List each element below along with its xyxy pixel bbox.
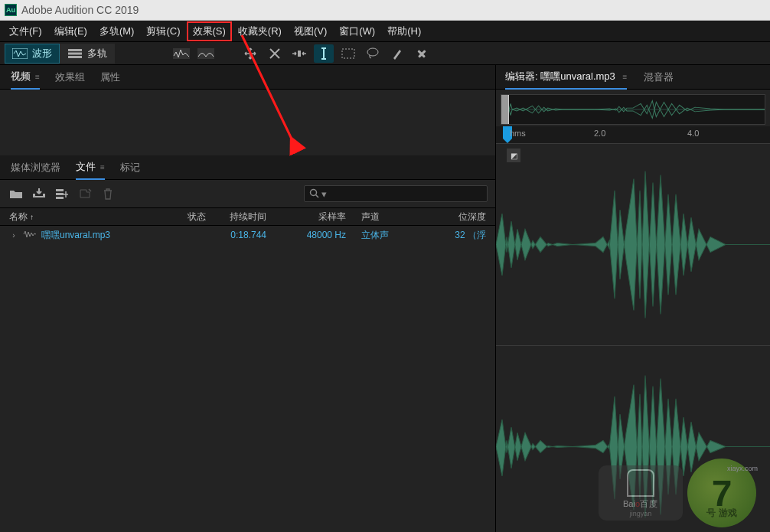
svg-rect-13 bbox=[56, 193, 64, 195]
svg-rect-1 bbox=[68, 49, 82, 51]
insert-icon bbox=[77, 186, 93, 201]
timeline-tick: 4.0 bbox=[687, 129, 699, 138]
mode-multitrack-label: 多轨 bbox=[87, 47, 107, 60]
tab-properties[interactable]: 属性 bbox=[100, 66, 120, 89]
files-list: › 嘿嘿unvaral.mp3 0:18.744 48000 Hz 立体声 32… bbox=[0, 226, 495, 532]
file-row[interactable]: › 嘿嘿unvaral.mp3 0:18.744 48000 Hz 立体声 32… bbox=[0, 226, 495, 244]
tab-media-browser[interactable]: 媒体浏览器 bbox=[11, 156, 60, 179]
timeline-tick: 2.0 bbox=[594, 129, 605, 138]
tab-files[interactable]: 文件≡ bbox=[76, 155, 105, 180]
spectral-pitch-icon[interactable] bbox=[196, 44, 216, 63]
timeline-unit: hms bbox=[510, 129, 526, 138]
menu-clip[interactable]: 剪辑(C) bbox=[140, 21, 186, 41]
files-toolbar: ▾ bbox=[0, 180, 495, 207]
tab-mixer[interactable]: 混音器 bbox=[644, 66, 674, 89]
svg-rect-3 bbox=[68, 56, 82, 58]
timeline-ruler[interactable]: hms 2.0 4.0 bbox=[496, 126, 770, 143]
menu-edit[interactable]: 编辑(E) bbox=[48, 21, 93, 41]
svg-rect-12 bbox=[56, 189, 64, 191]
editor-prefix: 编辑器: bbox=[505, 70, 538, 82]
file-channel: 立体声 bbox=[361, 229, 421, 242]
file-sample: 48000 Hz bbox=[277, 230, 361, 240]
spectral-freq-icon[interactable] bbox=[171, 44, 191, 63]
new-multitrack-icon[interactable] bbox=[54, 186, 70, 201]
svg-rect-7 bbox=[342, 49, 354, 58]
col-depth[interactable]: 位深度 bbox=[421, 211, 495, 224]
time-selection-tool-icon[interactable] bbox=[314, 44, 334, 63]
svg-rect-6 bbox=[298, 51, 301, 57]
spot-healing-tool-icon[interactable] bbox=[412, 44, 432, 63]
overview-handle[interactable] bbox=[501, 95, 509, 124]
menu-bar: 文件(F) 编辑(E) 多轨(M) 剪辑(C) 效果(S) 收藏夹(R) 视图(… bbox=[0, 21, 770, 42]
tab-video[interactable]: 视频≡ bbox=[11, 65, 40, 90]
tab-markers[interactable]: 标记 bbox=[120, 156, 140, 179]
editor-file: 嘿嘿unvaral.mp3 bbox=[540, 70, 615, 82]
mode-waveform-label: 波形 bbox=[32, 47, 52, 60]
svg-rect-14 bbox=[56, 197, 64, 199]
brush-tool-icon[interactable] bbox=[387, 44, 407, 63]
app-title: Adobe Audition CC 2019 bbox=[21, 4, 139, 16]
waveform-icon bbox=[12, 48, 28, 59]
files-search[interactable]: ▾ bbox=[304, 185, 488, 202]
col-name[interactable]: 名称 ↑ bbox=[0, 211, 175, 224]
panel-menu-icon[interactable]: ≡ bbox=[622, 73, 627, 81]
panel-menu-icon[interactable]: ≡ bbox=[100, 163, 105, 171]
svg-line-16 bbox=[316, 195, 319, 198]
move-tool-icon[interactable] bbox=[240, 44, 260, 63]
top-toolbar: 波形 多轨 bbox=[0, 42, 770, 65]
menu-multitrack[interactable]: 多轨(M) bbox=[93, 21, 141, 41]
multitrack-icon bbox=[67, 48, 83, 59]
editor-tabs: 编辑器: 嘿嘿unvaral.mp3 ≡ 混音器 bbox=[496, 65, 770, 90]
waveform-view[interactable]: ◩ bbox=[496, 143, 770, 532]
menu-help[interactable]: 帮助(H) bbox=[381, 21, 427, 41]
svg-point-15 bbox=[311, 190, 317, 196]
expand-icon[interactable]: › bbox=[9, 231, 18, 240]
open-file-icon[interactable] bbox=[8, 186, 24, 201]
app-icon: Au bbox=[5, 4, 17, 16]
razor-tool-icon[interactable] bbox=[265, 44, 285, 63]
search-icon bbox=[309, 188, 320, 199]
slip-tool-icon[interactable] bbox=[289, 44, 309, 63]
channel-indicator-icon: ◩ bbox=[507, 149, 520, 162]
mode-multitrack[interactable]: 多轨 bbox=[60, 44, 115, 64]
panel-menu-icon[interactable]: ≡ bbox=[35, 73, 40, 81]
lasso-tool-icon[interactable] bbox=[363, 44, 383, 63]
menu-favorites[interactable]: 收藏夹(R) bbox=[232, 21, 288, 41]
tab-editor[interactable]: 编辑器: 嘿嘿unvaral.mp3 ≡ bbox=[505, 65, 627, 90]
top-left-panel-tabs: 视频≡ 效果组 属性 bbox=[0, 65, 495, 90]
channel-right[interactable] bbox=[496, 345, 770, 532]
files-panel-tabs: 媒体浏览器 文件≡ 标记 bbox=[0, 155, 495, 180]
waveform-overview[interactable] bbox=[501, 94, 765, 125]
file-name: 嘿嘿unvaral.mp3 bbox=[41, 229, 110, 242]
mode-waveform[interactable]: 波形 bbox=[5, 44, 60, 64]
sort-asc-icon: ↑ bbox=[30, 213, 34, 221]
file-duration: 0:18.744 bbox=[219, 230, 277, 240]
title-bar: Au Adobe Audition CC 2019 bbox=[0, 0, 770, 21]
marquee-tool-icon[interactable] bbox=[338, 44, 358, 63]
file-depth: 32 （浮 bbox=[421, 229, 495, 242]
top-left-panel-body bbox=[0, 90, 495, 155]
audio-file-icon bbox=[23, 230, 37, 241]
tab-effects-rack[interactable]: 效果组 bbox=[55, 66, 85, 89]
col-channel[interactable]: 声道 bbox=[361, 211, 421, 224]
menu-file[interactable]: 文件(F) bbox=[3, 21, 48, 41]
col-duration[interactable]: 持续时间 bbox=[219, 211, 277, 224]
col-sample[interactable]: 采样率 bbox=[277, 211, 361, 224]
svg-rect-2 bbox=[68, 52, 82, 54]
editor-body: hms 2.0 4.0 ◩ bbox=[496, 90, 770, 532]
channel-left[interactable]: ◩ bbox=[496, 143, 770, 345]
menu-view[interactable]: 视图(V) bbox=[288, 21, 333, 41]
col-status[interactable]: 状态 bbox=[175, 211, 219, 224]
delete-icon bbox=[100, 186, 116, 201]
import-icon[interactable] bbox=[31, 186, 47, 201]
files-header: 名称 ↑ 状态 持续时间 采样率 声道 位深度 bbox=[0, 207, 495, 226]
svg-point-8 bbox=[367, 48, 378, 56]
menu-window[interactable]: 窗口(W) bbox=[333, 21, 381, 41]
menu-effects[interactable]: 效果(S) bbox=[187, 21, 232, 41]
